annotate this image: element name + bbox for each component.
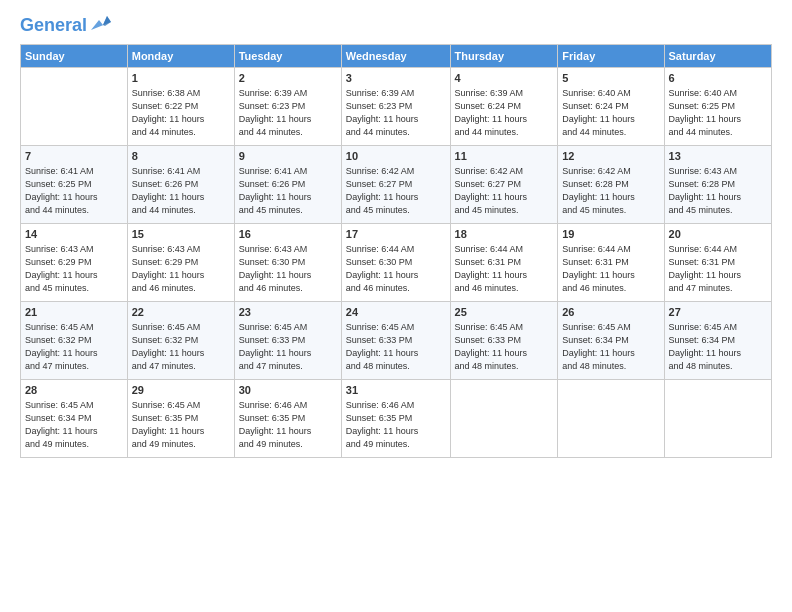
calendar-header-row: SundayMondayTuesdayWednesdayThursdayFrid… (21, 44, 772, 67)
day-info: Sunrise: 6:44 AM Sunset: 6:31 PM Dayligh… (455, 243, 554, 295)
calendar-day-cell: 20Sunrise: 6:44 AM Sunset: 6:31 PM Dayli… (664, 223, 771, 301)
calendar-day-cell: 29Sunrise: 6:45 AM Sunset: 6:35 PM Dayli… (127, 379, 234, 457)
calendar-day-cell: 22Sunrise: 6:45 AM Sunset: 6:32 PM Dayli… (127, 301, 234, 379)
calendar-day-cell: 6Sunrise: 6:40 AM Sunset: 6:25 PM Daylig… (664, 67, 771, 145)
day-info: Sunrise: 6:41 AM Sunset: 6:26 PM Dayligh… (132, 165, 230, 217)
calendar-day-cell: 4Sunrise: 6:39 AM Sunset: 6:24 PM Daylig… (450, 67, 558, 145)
calendar-header-cell: Tuesday (234, 44, 341, 67)
day-number: 22 (132, 305, 230, 320)
calendar-day-cell: 18Sunrise: 6:44 AM Sunset: 6:31 PM Dayli… (450, 223, 558, 301)
page-container: General SundayMondayTuesdayWednesdayThur… (0, 0, 792, 612)
svg-marker-1 (103, 16, 111, 26)
calendar-header-cell: Sunday (21, 44, 128, 67)
day-info: Sunrise: 6:40 AM Sunset: 6:25 PM Dayligh… (669, 87, 767, 139)
day-info: Sunrise: 6:45 AM Sunset: 6:34 PM Dayligh… (669, 321, 767, 373)
day-info: Sunrise: 6:45 AM Sunset: 6:35 PM Dayligh… (132, 399, 230, 451)
day-info: Sunrise: 6:44 AM Sunset: 6:31 PM Dayligh… (669, 243, 767, 295)
day-number: 3 (346, 71, 446, 86)
calendar-header-cell: Friday (558, 44, 664, 67)
day-number: 12 (562, 149, 659, 164)
calendar-week-row: 21Sunrise: 6:45 AM Sunset: 6:32 PM Dayli… (21, 301, 772, 379)
day-number: 7 (25, 149, 123, 164)
day-info: Sunrise: 6:42 AM Sunset: 6:28 PM Dayligh… (562, 165, 659, 217)
day-info: Sunrise: 6:41 AM Sunset: 6:26 PM Dayligh… (239, 165, 337, 217)
day-info: Sunrise: 6:40 AM Sunset: 6:24 PM Dayligh… (562, 87, 659, 139)
calendar-day-cell: 8Sunrise: 6:41 AM Sunset: 6:26 PM Daylig… (127, 145, 234, 223)
day-number: 13 (669, 149, 767, 164)
day-number: 30 (239, 383, 337, 398)
day-number: 4 (455, 71, 554, 86)
calendar-day-cell: 1Sunrise: 6:38 AM Sunset: 6:22 PM Daylig… (127, 67, 234, 145)
day-info: Sunrise: 6:45 AM Sunset: 6:33 PM Dayligh… (346, 321, 446, 373)
calendar-day-cell: 9Sunrise: 6:41 AM Sunset: 6:26 PM Daylig… (234, 145, 341, 223)
calendar-day-cell: 17Sunrise: 6:44 AM Sunset: 6:30 PM Dayli… (341, 223, 450, 301)
calendar-header-cell: Monday (127, 44, 234, 67)
day-number: 16 (239, 227, 337, 242)
day-number: 21 (25, 305, 123, 320)
day-info: Sunrise: 6:45 AM Sunset: 6:32 PM Dayligh… (132, 321, 230, 373)
day-number: 8 (132, 149, 230, 164)
calendar-day-cell: 7Sunrise: 6:41 AM Sunset: 6:25 PM Daylig… (21, 145, 128, 223)
day-number: 31 (346, 383, 446, 398)
day-number: 23 (239, 305, 337, 320)
day-number: 27 (669, 305, 767, 320)
calendar-day-cell (450, 379, 558, 457)
calendar-week-row: 7Sunrise: 6:41 AM Sunset: 6:25 PM Daylig… (21, 145, 772, 223)
calendar-header-cell: Saturday (664, 44, 771, 67)
calendar-day-cell: 19Sunrise: 6:44 AM Sunset: 6:31 PM Dayli… (558, 223, 664, 301)
day-number: 28 (25, 383, 123, 398)
calendar-day-cell: 13Sunrise: 6:43 AM Sunset: 6:28 PM Dayli… (664, 145, 771, 223)
day-number: 14 (25, 227, 123, 242)
day-info: Sunrise: 6:42 AM Sunset: 6:27 PM Dayligh… (346, 165, 446, 217)
day-info: Sunrise: 6:41 AM Sunset: 6:25 PM Dayligh… (25, 165, 123, 217)
day-info: Sunrise: 6:45 AM Sunset: 6:34 PM Dayligh… (25, 399, 123, 451)
calendar-day-cell: 27Sunrise: 6:45 AM Sunset: 6:34 PM Dayli… (664, 301, 771, 379)
day-info: Sunrise: 6:45 AM Sunset: 6:32 PM Dayligh… (25, 321, 123, 373)
day-number: 19 (562, 227, 659, 242)
calendar-day-cell (558, 379, 664, 457)
calendar-week-row: 28Sunrise: 6:45 AM Sunset: 6:34 PM Dayli… (21, 379, 772, 457)
day-number: 5 (562, 71, 659, 86)
calendar-day-cell: 12Sunrise: 6:42 AM Sunset: 6:28 PM Dayli… (558, 145, 664, 223)
calendar-day-cell: 21Sunrise: 6:45 AM Sunset: 6:32 PM Dayli… (21, 301, 128, 379)
day-info: Sunrise: 6:43 AM Sunset: 6:28 PM Dayligh… (669, 165, 767, 217)
day-number: 29 (132, 383, 230, 398)
day-info: Sunrise: 6:39 AM Sunset: 6:23 PM Dayligh… (239, 87, 337, 139)
calendar-day-cell: 3Sunrise: 6:39 AM Sunset: 6:23 PM Daylig… (341, 67, 450, 145)
calendar-day-cell: 31Sunrise: 6:46 AM Sunset: 6:35 PM Dayli… (341, 379, 450, 457)
day-info: Sunrise: 6:43 AM Sunset: 6:29 PM Dayligh… (132, 243, 230, 295)
day-info: Sunrise: 6:45 AM Sunset: 6:34 PM Dayligh… (562, 321, 659, 373)
logo-bird-icon (89, 12, 111, 34)
calendar-day-cell: 15Sunrise: 6:43 AM Sunset: 6:29 PM Dayli… (127, 223, 234, 301)
calendar-day-cell: 23Sunrise: 6:45 AM Sunset: 6:33 PM Dayli… (234, 301, 341, 379)
day-info: Sunrise: 6:45 AM Sunset: 6:33 PM Dayligh… (455, 321, 554, 373)
day-info: Sunrise: 6:44 AM Sunset: 6:30 PM Dayligh… (346, 243, 446, 295)
day-number: 6 (669, 71, 767, 86)
day-info: Sunrise: 6:38 AM Sunset: 6:22 PM Dayligh… (132, 87, 230, 139)
calendar-day-cell: 16Sunrise: 6:43 AM Sunset: 6:30 PM Dayli… (234, 223, 341, 301)
calendar-day-cell (21, 67, 128, 145)
calendar-day-cell: 25Sunrise: 6:45 AM Sunset: 6:33 PM Dayli… (450, 301, 558, 379)
logo-text: General (20, 16, 87, 36)
day-info: Sunrise: 6:39 AM Sunset: 6:24 PM Dayligh… (455, 87, 554, 139)
day-number: 10 (346, 149, 446, 164)
day-number: 25 (455, 305, 554, 320)
calendar-day-cell: 11Sunrise: 6:42 AM Sunset: 6:27 PM Dayli… (450, 145, 558, 223)
calendar-day-cell: 26Sunrise: 6:45 AM Sunset: 6:34 PM Dayli… (558, 301, 664, 379)
calendar-week-row: 14Sunrise: 6:43 AM Sunset: 6:29 PM Dayli… (21, 223, 772, 301)
day-info: Sunrise: 6:46 AM Sunset: 6:35 PM Dayligh… (239, 399, 337, 451)
calendar-day-cell: 10Sunrise: 6:42 AM Sunset: 6:27 PM Dayli… (341, 145, 450, 223)
day-number: 2 (239, 71, 337, 86)
day-info: Sunrise: 6:39 AM Sunset: 6:23 PM Dayligh… (346, 87, 446, 139)
day-info: Sunrise: 6:42 AM Sunset: 6:27 PM Dayligh… (455, 165, 554, 217)
calendar-header-cell: Wednesday (341, 44, 450, 67)
day-info: Sunrise: 6:43 AM Sunset: 6:30 PM Dayligh… (239, 243, 337, 295)
logo: General (20, 16, 111, 32)
page-header: General (20, 16, 772, 32)
day-number: 15 (132, 227, 230, 242)
day-number: 11 (455, 149, 554, 164)
calendar-day-cell: 28Sunrise: 6:45 AM Sunset: 6:34 PM Dayli… (21, 379, 128, 457)
calendar-header-cell: Thursday (450, 44, 558, 67)
day-info: Sunrise: 6:44 AM Sunset: 6:31 PM Dayligh… (562, 243, 659, 295)
calendar-week-row: 1Sunrise: 6:38 AM Sunset: 6:22 PM Daylig… (21, 67, 772, 145)
